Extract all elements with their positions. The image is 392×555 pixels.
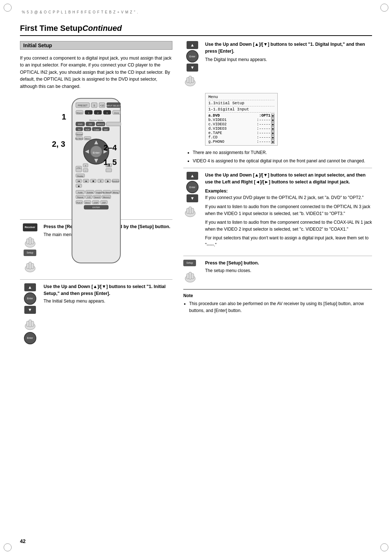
svg-text:Pure A: Pure A <box>77 202 82 204</box>
svg-rect-117 <box>191 77 194 83</box>
remote-illustration: PRESET S +10 INPUT SELECT Macro 1 2 3 <box>27 96 165 219</box>
menu-row: c.VIDEO2:-----▣ <box>208 122 274 126</box>
label-1: 1 <box>62 112 66 122</box>
step-press-setup: Setup Press the [Setup] button. The setu… <box>183 256 372 284</box>
note-text: This procedure can also be performed on … <box>189 300 372 314</box>
svg-rect-120 <box>187 208 189 214</box>
step4-text: Use the Up and Down [▲]/[▼] buttons to s… <box>205 172 372 250</box>
corner-mark-tr <box>380 4 388 12</box>
svg-text:⏭: ⏭ <box>85 180 87 182</box>
svg-text:Menu: Menu <box>85 138 90 140</box>
step3-up-icon: ▲ <box>187 41 198 49</box>
svg-text:Memory: Memory <box>103 196 110 198</box>
menu-row: a.DVD:OPT1▣ <box>208 113 274 118</box>
menu-box: Menu 1.Initial Setup 1-1.Digital Input a… <box>205 93 278 146</box>
step5-subtext: The setup menu closes. <box>205 267 372 274</box>
menu-title: Menu <box>208 95 274 100</box>
step4-nav-group: ▲ Enter ▼ <box>183 172 201 202</box>
svg-text:Search: Search <box>94 196 100 198</box>
menu-row: f.CD:-----▣ <box>208 135 274 139</box>
up-arrow-icon: ▲ <box>24 283 36 291</box>
svg-text:+DSP: +DSP <box>93 202 98 204</box>
svg-text:⏹: ⏹ <box>92 180 95 182</box>
hand-icon-6 <box>183 268 197 283</box>
svg-text:DVD: DVD <box>78 123 83 125</box>
step2-subtext: The Initial Setup menu appears. <box>44 298 172 304</box>
step3-subtext: The Digital Input menu appears. <box>205 56 372 63</box>
svg-rect-116 <box>187 77 189 83</box>
svg-rect-113 <box>31 321 34 327</box>
step4-enter-icon: Enter <box>186 181 199 193</box>
label-24: 2–4 <box>103 143 117 153</box>
svg-rect-105 <box>31 239 34 244</box>
down-arrow-icon: ▼ <box>24 306 36 314</box>
menu-row: b.VIDEO1:-----▣ <box>208 118 274 122</box>
svg-rect-104 <box>26 239 29 244</box>
svg-text:Cable: Cable <box>94 129 99 131</box>
bullet-item: There are no assignments for TUNER. <box>193 149 372 156</box>
title-normal: First Time Setup <box>20 24 82 33</box>
menu-row: d.VIDEO3:-----▣ <box>208 126 274 131</box>
header-bar: % 5 3 @ & O C P P L 1 B H F 8 F E O F T … <box>22 10 370 14</box>
svg-text:Macro: Macro <box>77 112 83 114</box>
step4-icons: ▲ Enter ▼ <box>183 172 201 219</box>
svg-text:Last Memory: Last Memory <box>101 191 113 194</box>
example-text: For input selectors that you don't want … <box>205 235 372 248</box>
menu-section2: 1-1.Digital Input <box>208 107 274 113</box>
svg-text:SAT: SAT <box>104 129 108 131</box>
step5-setup-icon: Setup <box>183 260 196 266</box>
svg-text:DSP: DSP <box>102 202 106 204</box>
example-text: If you want to listen to audio from the … <box>205 203 372 217</box>
svg-rect-54 <box>76 169 82 172</box>
hand-icon-4 <box>183 72 197 87</box>
svg-rect-125 <box>191 274 194 279</box>
svg-text:Remote Mode: Remote Mode <box>89 119 103 121</box>
example-text: If you connect your DVD player to the OP… <box>205 194 372 201</box>
label-23: 2, 3 <box>52 139 65 149</box>
step1-icons: Receiver Setup <box>20 223 40 273</box>
hand-icon-3 <box>23 315 37 331</box>
step2-text: Use the Up and Down [▲]/[▼] buttons to s… <box>44 283 172 305</box>
left-column: Initial Setup If you connect a component… <box>20 41 172 351</box>
svg-text:Display: Display <box>77 175 83 177</box>
svg-text:Angle: Angle <box>96 191 101 194</box>
svg-text:VCR: VCR <box>85 129 89 131</box>
svg-text:TV: TV <box>78 129 81 131</box>
step3-nav-group: ▲ Enter ▼ <box>183 41 201 72</box>
right-column: ▲ Enter ▼ Use the Up and Down [▲]/[▼] bu… <box>183 41 372 351</box>
step-digital-input: ▲ Enter ▼ Use the Up and Down [▲]/[▼] bu… <box>183 41 372 88</box>
svg-text:PRESET: PRESET <box>78 104 87 107</box>
bullet-list: There are no assignments for TUNER.VIDEO… <box>187 149 372 164</box>
svg-text:CD: CD <box>89 123 92 125</box>
svg-text:Mixing: Mixing <box>113 191 118 194</box>
note-section: Note This procedure can also be performe… <box>183 289 372 314</box>
two-col-layout: Initial Setup If you connect a component… <box>20 41 372 351</box>
section-heading-text: Initial Setup <box>23 42 52 48</box>
svg-rect-124 <box>187 274 189 279</box>
menu-rows: a.DVD:OPT1▣b.VIDEO1:-----▣c.VIDEO2:-----… <box>208 113 274 144</box>
nav-enter-group: ▲ Enter ▼ <box>24 283 36 314</box>
svg-text:S: S <box>93 104 95 107</box>
svg-text:Repeat: Repeat <box>77 196 83 198</box>
menu-row: e.TAPE:-----▣ <box>208 131 274 135</box>
main-content: First Time SetupContinued Initial Setup … <box>20 24 372 535</box>
svg-text:⏺: ⏺ <box>78 185 80 187</box>
step4-examples-label: Examples: <box>205 188 372 195</box>
step5-icons: Setup <box>183 260 201 284</box>
receiver-button-icon: Receiver <box>23 223 37 231</box>
svg-text:+10: +10 <box>100 104 104 107</box>
step3-down-icon: ▼ <box>187 64 198 72</box>
step2-icons: ▲ Enter ▼ Enter <box>20 283 40 344</box>
svg-rect-57 <box>106 169 112 172</box>
svg-text:Enter: Enter <box>93 151 99 154</box>
hand-icon-5 <box>183 202 197 218</box>
header-text: % 5 3 @ & O C P P L 1 B H F 8 F E O F T … <box>22 10 138 14</box>
step4-instruction: Use the Up and Down [▲]/[▼] buttons to s… <box>205 173 366 185</box>
svg-text:+: + <box>85 165 86 167</box>
svg-text:ENTER: ENTER <box>93 206 100 208</box>
svg-rect-108 <box>26 263 29 269</box>
step3-icons: ▲ Enter ▼ <box>183 41 201 88</box>
label-15: 1, 5 <box>103 158 117 167</box>
svg-text:Audio: Audio <box>78 191 83 194</box>
page-number: 42 <box>20 538 26 544</box>
